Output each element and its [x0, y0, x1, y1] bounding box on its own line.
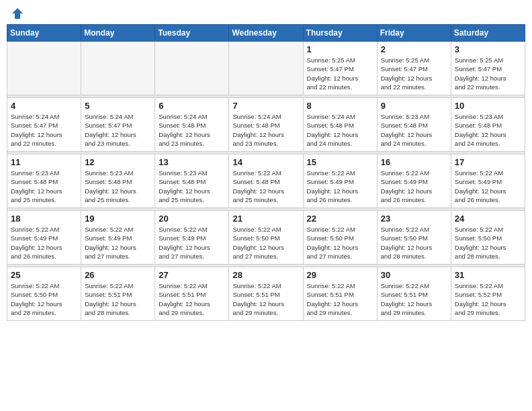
calendar-cell: 30Sunrise: 5:22 AM Sunset: 5:51 PM Dayli…: [377, 267, 451, 321]
day-info: Sunrise: 5:25 AM Sunset: 5:47 PM Dayligh…: [455, 56, 521, 91]
calendar-cell: 14Sunrise: 5:22 AM Sunset: 5:48 PM Dayli…: [229, 154, 303, 208]
calendar-cell: 13Sunrise: 5:23 AM Sunset: 5:48 PM Dayli…: [155, 154, 229, 208]
calendar-week-row: 11Sunrise: 5:23 AM Sunset: 5:48 PM Dayli…: [7, 154, 525, 208]
day-info: Sunrise: 5:25 AM Sunset: 5:47 PM Dayligh…: [381, 56, 447, 91]
day-info: Sunrise: 5:24 AM Sunset: 5:47 PM Dayligh…: [11, 112, 77, 148]
day-number: 21: [232, 214, 299, 224]
day-info: Sunrise: 5:24 AM Sunset: 5:48 PM Dayligh…: [307, 112, 373, 148]
calendar-cell: [155, 42, 229, 95]
day-info: Sunrise: 5:22 AM Sunset: 5:51 PM Dayligh…: [85, 281, 151, 317]
day-info: Sunrise: 5:22 AM Sunset: 5:52 PM Dayligh…: [455, 281, 521, 317]
day-info: Sunrise: 5:22 AM Sunset: 5:49 PM Dayligh…: [159, 225, 225, 261]
day-info: Sunrise: 5:22 AM Sunset: 5:49 PM Dayligh…: [11, 225, 77, 261]
weekday-header-saturday: Saturday: [451, 25, 525, 42]
day-number: 16: [381, 157, 447, 167]
day-number: 1: [307, 44, 373, 54]
calendar-cell: 17Sunrise: 5:22 AM Sunset: 5:49 PM Dayli…: [451, 154, 525, 208]
calendar-cell: 22Sunrise: 5:22 AM Sunset: 5:50 PM Dayli…: [303, 211, 377, 265]
calendar-cell: 11Sunrise: 5:23 AM Sunset: 5:48 PM Dayli…: [7, 154, 81, 208]
day-number: 27: [159, 270, 225, 280]
day-info: Sunrise: 5:22 AM Sunset: 5:51 PM Dayligh…: [159, 281, 225, 317]
calendar-cell: 25Sunrise: 5:22 AM Sunset: 5:50 PM Dayli…: [7, 267, 81, 321]
day-number: 19: [85, 214, 151, 224]
calendar-cell: 26Sunrise: 5:22 AM Sunset: 5:51 PM Dayli…: [81, 267, 155, 321]
calendar-cell: 9Sunrise: 5:23 AM Sunset: 5:48 PM Daylig…: [377, 98, 451, 152]
calendar-cell: 24Sunrise: 5:22 AM Sunset: 5:50 PM Dayli…: [451, 211, 525, 265]
calendar-week-row: 25Sunrise: 5:22 AM Sunset: 5:50 PM Dayli…: [7, 267, 525, 321]
day-info: Sunrise: 5:22 AM Sunset: 5:49 PM Dayligh…: [307, 169, 373, 204]
day-number: 30: [381, 270, 447, 280]
day-number: 12: [85, 157, 151, 167]
calendar-cell: 5Sunrise: 5:24 AM Sunset: 5:47 PM Daylig…: [81, 98, 155, 152]
day-number: 5: [85, 101, 151, 111]
day-info: Sunrise: 5:22 AM Sunset: 5:50 PM Dayligh…: [455, 225, 521, 261]
calendar-cell: 12Sunrise: 5:23 AM Sunset: 5:48 PM Dayli…: [81, 154, 155, 208]
weekday-header-wednesday: Wednesday: [229, 25, 303, 42]
day-number: 4: [11, 101, 77, 111]
day-number: 9: [381, 101, 447, 111]
day-number: 26: [85, 270, 151, 280]
day-info: Sunrise: 5:24 AM Sunset: 5:47 PM Dayligh…: [85, 112, 151, 148]
day-info: Sunrise: 5:22 AM Sunset: 5:50 PM Dayligh…: [232, 225, 299, 261]
day-info: Sunrise: 5:23 AM Sunset: 5:48 PM Dayligh…: [11, 169, 77, 204]
calendar-cell: 1Sunrise: 5:25 AM Sunset: 5:47 PM Daylig…: [303, 42, 377, 95]
weekday-header-monday: Monday: [81, 25, 155, 42]
day-info: Sunrise: 5:23 AM Sunset: 5:48 PM Dayligh…: [381, 112, 447, 148]
calendar-cell: 8Sunrise: 5:24 AM Sunset: 5:48 PM Daylig…: [303, 98, 377, 152]
day-info: Sunrise: 5:22 AM Sunset: 5:49 PM Dayligh…: [381, 169, 447, 204]
logo-icon: [11, 7, 24, 20]
calendar-cell: 16Sunrise: 5:22 AM Sunset: 5:49 PM Dayli…: [377, 154, 451, 208]
calendar-cell: [7, 42, 81, 95]
calendar-cell: [81, 42, 155, 95]
day-info: Sunrise: 5:22 AM Sunset: 5:49 PM Dayligh…: [85, 225, 151, 261]
day-info: Sunrise: 5:23 AM Sunset: 5:48 PM Dayligh…: [455, 112, 521, 148]
calendar-cell: 27Sunrise: 5:22 AM Sunset: 5:51 PM Dayli…: [155, 267, 229, 321]
day-number: 11: [11, 157, 77, 167]
calendar-week-row: 1Sunrise: 5:25 AM Sunset: 5:47 PM Daylig…: [7, 42, 525, 95]
day-info: Sunrise: 5:22 AM Sunset: 5:51 PM Dayligh…: [307, 281, 373, 317]
calendar-cell: 18Sunrise: 5:22 AM Sunset: 5:49 PM Dayli…: [7, 211, 81, 265]
day-info: Sunrise: 5:25 AM Sunset: 5:47 PM Dayligh…: [307, 56, 373, 91]
calendar-week-row: 4Sunrise: 5:24 AM Sunset: 5:47 PM Daylig…: [7, 98, 525, 152]
day-number: 14: [232, 157, 299, 167]
day-number: 20: [159, 214, 225, 224]
calendar-cell: 6Sunrise: 5:24 AM Sunset: 5:48 PM Daylig…: [155, 98, 229, 152]
calendar-cell: 15Sunrise: 5:22 AM Sunset: 5:49 PM Dayli…: [303, 154, 377, 208]
day-info: Sunrise: 5:24 AM Sunset: 5:48 PM Dayligh…: [232, 112, 299, 148]
day-number: 29: [307, 270, 373, 280]
day-info: Sunrise: 5:22 AM Sunset: 5:49 PM Dayligh…: [455, 169, 521, 204]
day-number: 28: [232, 270, 299, 280]
calendar-cell: 10Sunrise: 5:23 AM Sunset: 5:48 PM Dayli…: [451, 98, 525, 152]
calendar-cell: 7Sunrise: 5:24 AM Sunset: 5:48 PM Daylig…: [229, 98, 303, 152]
day-number: 22: [307, 214, 373, 224]
calendar-cell: 4Sunrise: 5:24 AM Sunset: 5:47 PM Daylig…: [7, 98, 81, 152]
day-number: 17: [455, 157, 521, 167]
day-info: Sunrise: 5:22 AM Sunset: 5:48 PM Dayligh…: [232, 169, 299, 204]
svg-marker-0: [12, 8, 23, 19]
logo: [9, 7, 24, 20]
weekday-header-friday: Friday: [377, 25, 451, 42]
day-info: Sunrise: 5:22 AM Sunset: 5:50 PM Dayligh…: [11, 281, 77, 317]
calendar-cell: 21Sunrise: 5:22 AM Sunset: 5:50 PM Dayli…: [229, 211, 303, 265]
weekday-header-tuesday: Tuesday: [155, 25, 229, 42]
calendar-cell: 2Sunrise: 5:25 AM Sunset: 5:47 PM Daylig…: [377, 42, 451, 95]
day-number: 10: [455, 101, 521, 111]
day-number: 8: [307, 101, 373, 111]
day-info: Sunrise: 5:24 AM Sunset: 5:48 PM Dayligh…: [159, 112, 225, 148]
day-number: 24: [455, 214, 521, 224]
calendar-cell: [229, 42, 303, 95]
calendar-cell: 29Sunrise: 5:22 AM Sunset: 5:51 PM Dayli…: [303, 267, 377, 321]
calendar-cell: 3Sunrise: 5:25 AM Sunset: 5:47 PM Daylig…: [451, 42, 525, 95]
weekday-header-row: SundayMondayTuesdayWednesdayThursdayFrid…: [7, 25, 525, 42]
day-number: 6: [159, 101, 225, 111]
day-number: 25: [11, 270, 77, 280]
day-number: 2: [381, 44, 447, 54]
weekday-header-sunday: Sunday: [7, 25, 81, 42]
calendar-cell: 19Sunrise: 5:22 AM Sunset: 5:49 PM Dayli…: [81, 211, 155, 265]
day-number: 15: [307, 157, 373, 167]
weekday-header-thursday: Thursday: [303, 25, 377, 42]
page-header: [7, 7, 525, 20]
day-info: Sunrise: 5:22 AM Sunset: 5:51 PM Dayligh…: [232, 281, 299, 317]
day-info: Sunrise: 5:23 AM Sunset: 5:48 PM Dayligh…: [159, 169, 225, 204]
day-number: 7: [232, 101, 299, 111]
